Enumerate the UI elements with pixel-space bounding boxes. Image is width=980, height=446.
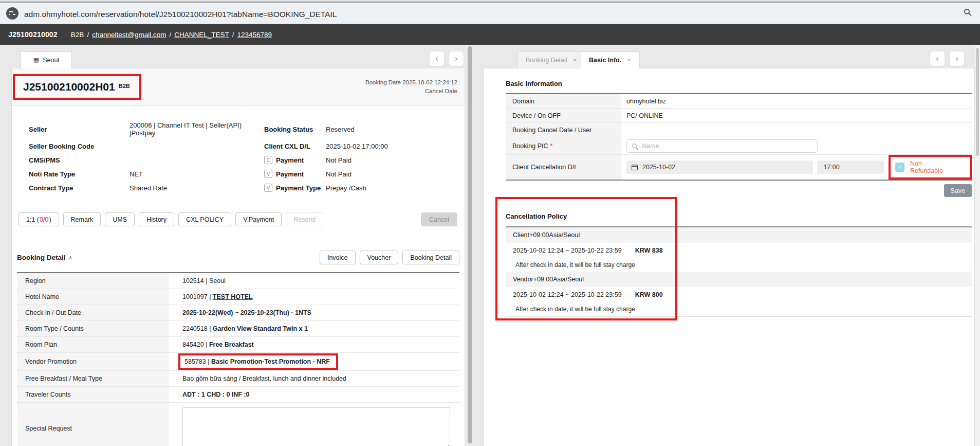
policy-vendor-period: 2025-10-02 12:24 ~ 2025-10-22 23:59	[513, 291, 622, 298]
cancellation-policy-title: Cancellation Policy	[506, 212, 972, 220]
middle-scrollbar-track	[467, 45, 473, 446]
channel-code-link[interactable]: 123456789	[237, 31, 272, 39]
room-plan-value: 845420 | Free Breakfast	[169, 337, 459, 352]
channel-name-link[interactable]: CHANNEL_TEST	[174, 31, 229, 39]
client-cxl-label: Client CXL D/L	[264, 142, 326, 150]
policy-vendor-amount: KRW 800	[635, 291, 663, 298]
non-refundable-label: Non Refundable	[910, 160, 955, 174]
resend-button[interactable]: Resend	[286, 212, 323, 226]
site-settings-icon[interactable]	[6, 7, 19, 20]
v-payment-type-label: V Payment Type	[264, 184, 326, 192]
v-payment-type-badge: V	[264, 184, 272, 192]
region-value: 102514 | Seoul	[169, 273, 459, 289]
special-request-value	[169, 403, 459, 446]
v-payment-label-text: Payment	[276, 170, 304, 178]
client-cxl-value: 2025-10-02 17:00:00	[326, 142, 452, 150]
booking-date: Booking Date 2025-10-02 12:24:12	[365, 78, 457, 87]
cxl-policy-button[interactable]: CXL POLICY	[178, 212, 231, 226]
booking-detail-title[interactable]: Booking Detail	[17, 254, 72, 261]
voucher-button[interactable]: Voucher	[360, 251, 399, 264]
traveler-counts-label: Traveler Counts	[17, 387, 169, 402]
tab-seoul[interactable]: Seoul	[21, 51, 72, 68]
booking-pic-input[interactable]	[641, 142, 817, 150]
booking-pic-value	[621, 139, 972, 153]
device-value: PC/ ONLINE	[621, 112, 972, 119]
hotel-id: 1001097 |	[182, 293, 213, 300]
domain-value: ohmyhotel.biz	[621, 98, 972, 105]
invoice-button[interactable]: Invoice	[320, 251, 356, 264]
close-icon[interactable]	[573, 57, 577, 63]
b2b-badge: B2B	[119, 83, 130, 89]
hotel-link[interactable]: TEST HOTEL	[213, 293, 253, 300]
tab-booking-detail[interactable]: Booking Detail	[517, 51, 585, 68]
cancellation-date-picker[interactable]: 2025-10-02	[626, 160, 813, 174]
cancellation-date-value: 2025-10-02	[642, 164, 675, 171]
table-row-dates: Check in / Out Date 2025-10-22(Wed) ~ 20…	[17, 305, 459, 321]
search-icon	[632, 144, 637, 148]
region-label: Region	[17, 273, 169, 289]
v-payment-button[interactable]: V.Payment	[235, 212, 282, 226]
save-button[interactable]: Save	[944, 184, 972, 197]
cancellation-time-value: 17:00	[823, 164, 839, 171]
magnifier-icon[interactable]	[964, 9, 970, 14]
middle-scrollbar-thumb[interactable]	[468, 46, 472, 443]
ums-button[interactable]: UMS	[105, 212, 135, 226]
action-buttons: 1:1 (0/0) Remark UMS History CXL POLICY …	[19, 212, 457, 226]
booking-code: J25100210002H01	[23, 81, 115, 93]
booking-pic-search-field[interactable]	[626, 139, 818, 153]
vendor-promotion-label: Vendor Promotion	[17, 353, 169, 370]
annotation-box-vendor-promotion: 585783 | Basic Promotion-Test Promotion …	[178, 353, 338, 370]
meal-type-label: Free Breakfast / Meal Type	[17, 371, 169, 386]
basic-info-panel: Basic Information Domain ohmyhotel.biz D…	[483, 68, 975, 446]
oto-count: 0/0	[40, 216, 48, 223]
channel-type: B2B	[71, 31, 84, 39]
remark-button[interactable]: Remark	[63, 212, 101, 226]
booking-detail-button[interactable]: Booking Detail	[402, 251, 459, 264]
policy-vendor-note: After check in date, it will be full sta…	[506, 302, 972, 316]
separator: /	[169, 31, 171, 39]
table-row-client-cancellation: Client Cancellation D/L 2025-10-02 17:00	[506, 155, 972, 180]
client-cancellation-label: Client Cancellation D/L	[506, 155, 621, 180]
special-request-textarea[interactable]	[182, 407, 450, 446]
meal-type-value: Bao gồm bữa sáng / Breakfast, lunch and …	[169, 371, 459, 386]
basic-information-title: Basic Information	[506, 80, 974, 87]
table-row-special-request: Special Request	[17, 403, 459, 446]
tab-basic-info[interactable]: Basic Info.	[581, 51, 640, 68]
close-icon[interactable]	[627, 57, 631, 63]
oto-suffix: )	[49, 216, 51, 223]
chevron-right-icon[interactable]	[449, 51, 464, 66]
c-payment-label: C Payment	[264, 156, 326, 164]
one-to-one-button[interactable]: 1:1 (0/0)	[19, 212, 59, 226]
tab-booking-detail-label: Booking Detail	[526, 57, 567, 64]
url-input[interactable]: adm.ohmyhotel.com/reservation/hotel/J251…	[24, 5, 337, 24]
policy-client-header: Client+09:00Asia/Seoul	[506, 227, 972, 243]
room-type-label: Room Type / Counts	[17, 321, 169, 336]
chevron-left-icon[interactable]	[930, 51, 945, 66]
right-scrollbar-thumb[interactable]	[976, 48, 979, 156]
special-request-label: Special Request	[17, 403, 169, 446]
policy-client-row: 2025-10-02 12:24 ~ 2025-10-22 23:59 KRW …	[506, 243, 972, 258]
v-payment-badge: V	[264, 170, 272, 178]
non-refundable-checkbox[interactable]	[895, 163, 904, 172]
cancellation-time-picker[interactable]: 17:00	[817, 160, 884, 174]
c-payment-label-text: Payment	[276, 156, 304, 164]
cancel-button[interactable]: Cancel	[421, 212, 457, 226]
contract-type-label: Contract Type	[29, 184, 130, 192]
browser-top-divider	[0, 0, 980, 3]
plan-id: 845420 |	[182, 341, 209, 348]
booking-card: J25100210002H01 B2B Booking Date 2025-10…	[11, 68, 465, 446]
right-pane: Booking Detail Basic Info. Basic Informa…	[483, 45, 975, 446]
contract-type-value: Shared Rate	[130, 184, 264, 192]
history-button[interactable]: History	[139, 212, 174, 226]
right-scrollbar-track	[975, 45, 980, 446]
table-row-traveler-counts: Traveler Counts ADT : 1 CHD : 0 INF :0	[17, 387, 459, 403]
save-row: Save	[506, 184, 972, 197]
hotel-name-label: Hotel Name	[17, 289, 169, 305]
policy-client-note: After check in date, it will be full sta…	[506, 258, 972, 272]
seller-email-link[interactable]: channeltest@gmail.com	[92, 31, 166, 39]
chevron-right-icon[interactable]	[949, 51, 965, 66]
chevron-left-icon[interactable]	[429, 51, 445, 66]
check-in-out-label: Check in / Out Date	[17, 305, 169, 320]
table-row-meal-type: Free Breakfast / Meal Type Bao gồm bữa s…	[17, 371, 459, 387]
table-row-vendor-promotion: Vendor Promotion 585783 | Basic Promotio…	[17, 353, 459, 371]
